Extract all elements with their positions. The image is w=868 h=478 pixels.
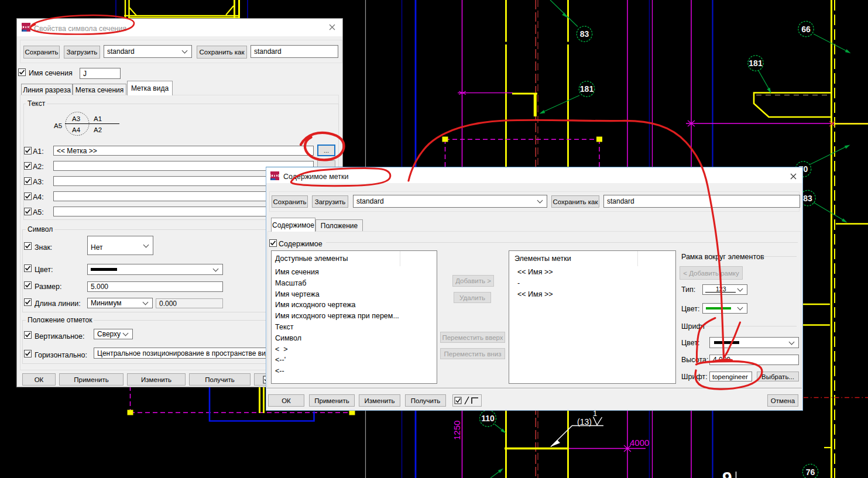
svg-text:83: 83 xyxy=(803,194,812,203)
svg-text:A2: A2 xyxy=(94,126,102,133)
svg-text:181: 181 xyxy=(580,84,594,94)
svg-text:83: 83 xyxy=(580,29,589,39)
svg-text:66: 66 xyxy=(801,25,811,34)
svg-text:A3: A3 xyxy=(72,115,80,122)
svg-text:A1: A1 xyxy=(94,115,102,122)
svg-text:181: 181 xyxy=(749,59,763,68)
svg-text:A5: A5 xyxy=(54,122,62,129)
svg-text:76: 76 xyxy=(806,467,815,477)
svg-text:123: 123 xyxy=(716,286,726,293)
svg-text:A4: A4 xyxy=(72,126,81,133)
svg-text:110: 110 xyxy=(481,414,495,423)
